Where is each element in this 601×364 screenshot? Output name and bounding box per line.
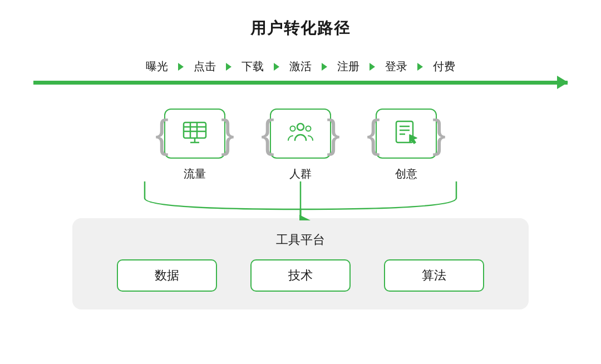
platform-btn-algo[interactable]: 算法 — [384, 259, 484, 292]
connectors — [33, 181, 568, 220]
step-exposure: 曝光 — [142, 59, 171, 74]
card-label-crowd: 人群 — [289, 166, 312, 181]
arrow-4 — [319, 62, 329, 72]
step-download: 下载 — [238, 59, 267, 74]
svg-marker-0 — [178, 63, 184, 71]
step-activate: 激活 — [286, 59, 315, 74]
card-crowd: 人群 — [270, 109, 331, 181]
svg-marker-5 — [417, 63, 423, 71]
svg-marker-3 — [322, 63, 327, 71]
card-box-flow — [164, 109, 225, 159]
page-title: 用户转化路径 — [250, 18, 351, 39]
arrow-3 — [272, 62, 282, 72]
platform-btn-data[interactable]: 数据 — [117, 259, 217, 292]
step-register: 注册 — [334, 59, 363, 74]
arrow-2 — [224, 62, 234, 72]
card-box-creative — [376, 109, 437, 159]
step-pay: 付费 — [430, 59, 459, 74]
cards-row: 流量 人群 — [33, 109, 568, 181]
card-creative: 创意 — [376, 109, 437, 181]
step-click: 点击 — [190, 59, 219, 74]
grid-icon — [181, 119, 208, 148]
card-label-flow: 流量 — [184, 166, 206, 181]
people-icon — [287, 119, 314, 148]
arrow-6 — [415, 62, 425, 72]
svg-point-16 — [290, 126, 295, 131]
svg-marker-2 — [274, 63, 279, 71]
card-box-crowd — [270, 109, 331, 159]
svg-point-15 — [297, 124, 304, 130]
card-label-creative: 创意 — [395, 166, 417, 181]
platform-buttons: 数据 技术 算法 — [117, 259, 484, 292]
svg-point-17 — [306, 126, 311, 131]
green-bar — [33, 81, 568, 85]
platform-title: 工具平台 — [276, 232, 325, 248]
creative-icon — [393, 119, 420, 148]
svg-rect-6 — [184, 122, 206, 138]
svg-marker-1 — [226, 63, 231, 71]
funnel-arrow-bar — [33, 78, 568, 86]
platform-box: 工具平台 数据 技术 算法 — [72, 218, 529, 309]
step-login: 登录 — [382, 59, 411, 74]
arrow-1 — [176, 62, 186, 72]
svg-marker-4 — [370, 63, 375, 71]
card-flow: 流量 — [164, 109, 225, 181]
funnel-row: 曝光 点击 下载 激活 注册 登录 付费 — [33, 59, 568, 74]
platform-btn-tech[interactable]: 技术 — [250, 259, 351, 292]
arrow-5 — [367, 62, 377, 72]
